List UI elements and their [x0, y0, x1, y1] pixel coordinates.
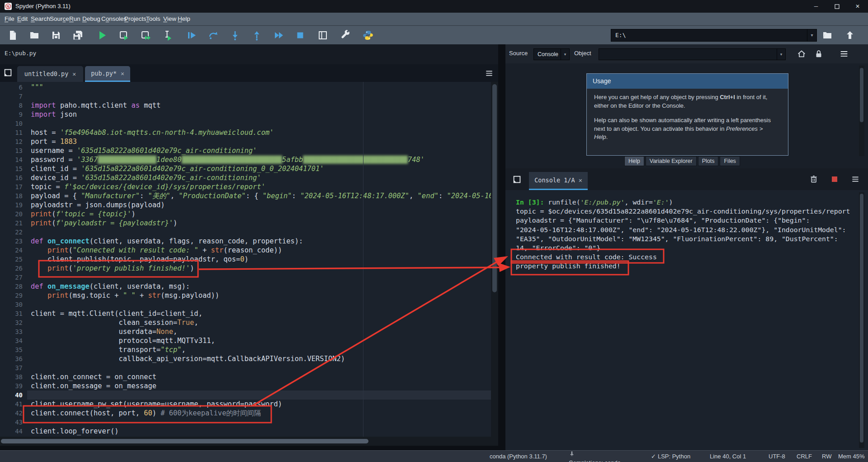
code-line-18[interactable]: 18payload = { "Manufacturer": "美的", "Pro… — [0, 191, 498, 200]
code-line-25[interactable]: 25 client.publish(topic, payload=payload… — [0, 255, 498, 264]
working-directory-combobox[interactable]: E:\ ▾ — [611, 29, 817, 42]
code-line-11[interactable]: 11host = 'f5e4964ab8.iot-mqtts.cn-north-… — [0, 128, 498, 137]
code-line-13[interactable]: 13username = '635d15a8222a8601d402e79c_a… — [0, 146, 498, 155]
lock-icon[interactable] — [814, 49, 824, 59]
browse-tabs-icon[interactable] — [3, 68, 13, 78]
code-line-26[interactable]: 26 print('property publish finished!') — [0, 264, 498, 273]
line-number[interactable]: 20 — [0, 210, 27, 219]
menu-item-run[interactable]: Run — [69, 13, 80, 25]
new-file-icon[interactable] — [6, 29, 19, 42]
line-number[interactable]: 9 — [0, 110, 27, 119]
run-selection-icon[interactable] — [161, 29, 174, 42]
code-line-17[interactable]: 17topic = f'$oc/devices/{device_id}/sys/… — [0, 182, 498, 191]
code-line-21[interactable]: 21print(f'payloadstr = {payloadstr}') — [0, 219, 498, 228]
code-line-40[interactable]: 40 — [0, 391, 498, 400]
save-icon[interactable] — [50, 29, 62, 42]
close-button[interactable]: ✕ — [847, 0, 868, 13]
code-line-12[interactable]: 12port = 1883 — [0, 137, 498, 146]
editor-horizontal-scrollbar[interactable] — [0, 437, 498, 446]
line-number[interactable]: 26 — [0, 264, 27, 273]
preferences-icon[interactable] — [339, 29, 352, 42]
line-number[interactable]: 18 — [0, 191, 27, 200]
help-object-combobox[interactable]: ▾ — [599, 48, 786, 60]
pane-tab-variable-explorer[interactable]: Variable Explorer — [646, 156, 697, 166]
menu-item-debug[interactable]: Debug — [82, 13, 100, 25]
tab-close-icon[interactable]: ✕ — [72, 71, 76, 77]
line-number[interactable]: 34 — [0, 336, 27, 345]
code-line-41[interactable]: 41client.username_pw_set(username=userna… — [0, 400, 498, 409]
code-line-6[interactable]: 6""" — [0, 83, 498, 92]
line-number[interactable]: 36 — [0, 354, 27, 363]
browse-directory-button[interactable] — [821, 29, 834, 42]
code-line-28[interactable]: 28def on_message(client, userdata, msg): — [0, 282, 498, 291]
line-number[interactable]: 44 — [0, 427, 27, 436]
code-line-38[interactable]: 38client.on_connect = on_connect — [0, 372, 498, 381]
stop-icon[interactable] — [294, 29, 307, 42]
line-number[interactable]: 33 — [0, 327, 27, 336]
console-tab[interactable]: Console 1/A✕ — [529, 172, 588, 190]
code-line-44[interactable]: 44client.loop_forever() — [0, 427, 498, 436]
line-number[interactable]: 8 — [0, 101, 27, 110]
line-number[interactable]: 42 — [0, 409, 27, 418]
run-cell-advance-icon[interactable] — [139, 29, 152, 42]
maximize-pane-icon[interactable] — [316, 29, 329, 42]
code-line-43[interactable]: 43 — [0, 418, 498, 427]
parent-directory-button[interactable] — [844, 29, 856, 42]
open-file-icon[interactable] — [28, 29, 41, 42]
line-number[interactable]: 31 — [0, 309, 27, 318]
code-line-15[interactable]: 15client_id = '635d15a8222a8601d402e79c_… — [0, 164, 498, 173]
line-number[interactable]: 29 — [0, 291, 27, 300]
line-number[interactable]: 23 — [0, 237, 27, 246]
code-editor[interactable]: 6"""78import paho.mqtt.client as mqtt9im… — [0, 82, 498, 437]
line-number[interactable]: 35 — [0, 345, 27, 354]
code-line-33[interactable]: 33 userdata=None, — [0, 327, 498, 336]
editor-tab-untitled0.py[interactable]: untitled0.py✕ — [17, 66, 83, 82]
console-options-icon[interactable] — [851, 175, 860, 184]
editor-vertical-scrollbar[interactable] — [491, 82, 498, 437]
interrupt-kernel-icon[interactable] — [832, 176, 837, 182]
pane-tab-files[interactable]: Files — [720, 156, 740, 166]
code-line-27[interactable]: 27 — [0, 273, 498, 282]
chevron-down-icon[interactable]: ▾ — [807, 29, 816, 41]
python-path-icon[interactable] — [362, 29, 374, 42]
code-line-29[interactable]: 29 print(msg.topic + " " + str(msg.paylo… — [0, 291, 498, 300]
line-number[interactable]: 21 — [0, 219, 27, 228]
code-line-7[interactable]: 7 — [0, 92, 498, 101]
console-output[interactable]: In [3]: runfile('E:/pub.py', wdir='E:')t… — [516, 198, 864, 271]
code-line-36[interactable]: 36 callback_api_version=mqtt.CallbackAPI… — [0, 354, 498, 363]
pane-splitter[interactable] — [498, 44, 505, 446]
line-number[interactable]: 30 — [0, 300, 27, 309]
menu-item-source[interactable]: Source — [50, 13, 69, 25]
editor-tab-pub.py[interactable]: pub.py*✕ — [85, 66, 130, 82]
code-line-34[interactable]: 34 protocol=mqtt.MQTTv311, — [0, 336, 498, 345]
line-number[interactable]: 15 — [0, 164, 27, 173]
menu-item-file[interactable]: File — [5, 13, 14, 25]
step-out-icon[interactable] — [250, 29, 263, 42]
menu-item-projects[interactable]: Projects — [124, 13, 146, 25]
line-number[interactable]: 28 — [0, 282, 27, 291]
line-number[interactable]: 39 — [0, 381, 27, 391]
line-number[interactable]: 32 — [0, 318, 27, 327]
line-number[interactable]: 25 — [0, 255, 27, 264]
line-number[interactable]: 12 — [0, 137, 27, 146]
line-number[interactable]: 40 — [0, 391, 27, 400]
line-number[interactable]: 41 — [0, 400, 27, 409]
code-line-39[interactable]: 39client.on_message = on_message — [0, 381, 498, 391]
line-number[interactable]: 10 — [0, 119, 27, 128]
line-number[interactable]: 11 — [0, 128, 27, 137]
tab-close-icon[interactable]: ✕ — [121, 70, 124, 77]
line-number[interactable]: 37 — [0, 363, 27, 372]
code-line-35[interactable]: 35 transport="tcp", — [0, 345, 498, 354]
pane-tab-plots[interactable]: Plots — [698, 156, 719, 166]
minimize-button[interactable]: ─ — [806, 0, 826, 13]
save-all-icon[interactable] — [71, 29, 84, 42]
line-number[interactable]: 19 — [0, 200, 27, 210]
code-line-16[interactable]: 16device_id = '635d15a8222a8601d402e79c_… — [0, 173, 498, 182]
maximize-button[interactable] — [826, 0, 847, 13]
code-line-24[interactable]: 24 print("Connected with result code: " … — [0, 246, 498, 255]
line-number[interactable]: 13 — [0, 146, 27, 155]
menu-item-tools[interactable]: Tools — [146, 13, 160, 25]
code-line-42[interactable]: 42client.connect(host, port, 60) # 600为k… — [0, 409, 498, 418]
code-line-31[interactable]: 31client = mqtt.Client(client_id=client_… — [0, 309, 498, 318]
code-line-30[interactable]: 30 — [0, 300, 498, 309]
